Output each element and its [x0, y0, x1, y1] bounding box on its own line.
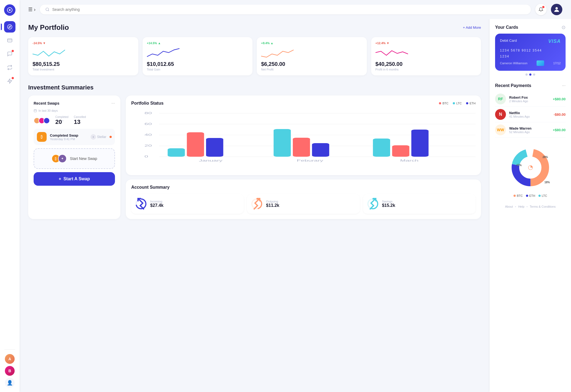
outgoing-icon: [251, 198, 263, 210]
incoming-icon: [135, 198, 147, 210]
legend-eth: ETH: [466, 102, 476, 105]
svg-text:20: 20: [145, 144, 152, 147]
legend-ltc: LTC: [453, 102, 462, 105]
card-dot-2[interactable]: [529, 73, 531, 76]
investment-title: Investment Summaries: [28, 84, 481, 91]
cards-section: Your Cards ⊙ Debit Card VISA 1234 5678 9…: [495, 24, 566, 78]
sidebar-add-user[interactable]: 👤: [5, 378, 15, 388]
portfolio-value-4: $40,250.00: [376, 61, 477, 67]
menu-button[interactable]: ☰ ›: [28, 7, 36, 12]
topnav: ☰ ›: [20, 0, 571, 19]
account-incoming: Incoming $27.4k: [131, 194, 244, 214]
swaps-meta: In last 30 days: [34, 109, 115, 112]
payment-avatar-1: RF: [495, 94, 506, 104]
bar-chart: 80 60 40 20 0: [131, 110, 476, 170]
card-bottom: Cameron Williamson 17/12: [500, 60, 561, 66]
sidebar-avatar-1[interactable]: A: [5, 354, 15, 364]
start-new-swap-area[interactable]: ₿ ✦ Start New Swap: [34, 148, 115, 169]
swaps-stats: Completed 20+ Cancelled 13: [34, 115, 115, 126]
terms-link[interactable]: Terms & Conditions: [530, 205, 556, 208]
swap-to: ✦ Stellar: [91, 134, 106, 140]
about-link[interactable]: About: [505, 205, 513, 208]
user-avatar[interactable]: [551, 4, 562, 15]
chart-header: Portfolio Status BTC LTC: [131, 101, 476, 106]
legend-dot-ltc: [453, 102, 455, 104]
account-outgoing: Outgoing $11.2k: [247, 194, 360, 214]
portfolio-label-1: Total Investment: [33, 68, 134, 71]
debit-card[interactable]: Debit Card VISA 1234 5678 9012 3544 1234…: [495, 34, 566, 71]
svg-rect-27: [293, 138, 310, 157]
bar-chart-svg: 80 60 40 20 0: [131, 110, 476, 164]
payment-info-1: Robert Fox 2 Minutes Ago: [509, 95, 550, 103]
cards-settings-icon[interactable]: ⊙: [562, 24, 566, 30]
completed-stat: Completed 20+: [55, 115, 68, 126]
sidebar-item-swap[interactable]: [4, 62, 15, 73]
portfolio-card-net-profit: +9.4% ▲ $6,250.00 Net Profit: [257, 37, 367, 75]
svg-text:18%: 18%: [544, 181, 550, 184]
svg-rect-30: [373, 139, 390, 157]
swaps-card: Recent Swaps ··· In last 30 days: [28, 95, 120, 219]
center-content: My Portfolio + Add More -14.5% ▼ $80,515: [20, 19, 490, 392]
card-dot-3[interactable]: [533, 73, 535, 76]
payment-info-2: Netflix 41 Minutes Ago: [509, 111, 550, 118]
notification-button[interactable]: [535, 4, 547, 15]
footer-links: About • Help • Terms & Conditions: [495, 205, 566, 208]
sidebar-avatar-2[interactable]: B: [5, 366, 15, 376]
start-new-swap-text: Start New Swap: [70, 156, 97, 161]
portfolio-cards: -14.5% ▼ $80,515.25 Total Investment +14…: [28, 37, 481, 75]
payment-item-1: RF Robert Fox 2 Minutes Ago +$80.00: [495, 91, 566, 107]
donut-legend: BTC ETH LTC: [514, 194, 547, 197]
incoming-info: Incoming $27.4k: [150, 200, 163, 208]
chart-area: Portfolio Status BTC LTC: [126, 95, 481, 219]
outgoing-info: Outgoing $11.2k: [266, 200, 279, 208]
svg-rect-23: [187, 132, 204, 157]
svg-text:80: 80: [145, 112, 152, 115]
payments-section: Recent Payments ··· RF Robert Fox 2 Minu…: [495, 83, 566, 138]
account-savings: Savings $15.2k: [363, 194, 476, 214]
portfolio-label-3: Net Profit: [261, 68, 363, 71]
contact-avatar-3: [43, 117, 50, 124]
sidebar-item-explore[interactable]: [4, 21, 15, 33]
swaps-card-header: Recent Swaps ···: [34, 101, 115, 106]
donut-chart-area: ◔ 47% 28% 18% BTC ETH: [495, 143, 566, 197]
donut-legend-eth: ETH: [526, 194, 535, 197]
svg-point-1: [9, 9, 11, 11]
svg-text:60: 60: [145, 123, 152, 126]
svg-text:◔: ◔: [528, 164, 533, 171]
card-dot-1[interactable]: [525, 73, 528, 76]
swaps-more-button[interactable]: ···: [111, 101, 115, 106]
portfolio-card-total-gain: +14.5% ▲ $10,012.65 Total Gain: [143, 37, 253, 75]
payments-more-button[interactable]: ···: [562, 83, 566, 88]
search-bar: [40, 5, 531, 14]
notification-dot: [542, 6, 544, 8]
incoming-ring: [135, 198, 147, 210]
donut-dot-eth: [526, 195, 528, 197]
portfolio-card-profit-6m: +12.4% ▼ $40,250.00 Profit in 6 months: [371, 37, 481, 75]
payment-info-3: Wade Warren 52 Minutes Ago: [509, 126, 550, 134]
svg-rect-8: [34, 110, 37, 112]
sidebar-item-messages[interactable]: [4, 48, 15, 60]
svg-rect-31: [392, 145, 409, 157]
card-top: Debit Card VISA: [500, 38, 561, 44]
search-input[interactable]: [52, 7, 525, 12]
svg-marker-5: [8, 79, 12, 83]
svg-text:0: 0: [145, 155, 148, 158]
svg-text:March: March: [400, 159, 419, 162]
account-summary-title: Account Summary: [131, 185, 476, 190]
help-link[interactable]: Help: [518, 205, 524, 208]
mini-chart-1: [33, 46, 134, 59]
donut-chart-svg: ◔ 47% 28% 18%: [506, 143, 555, 192]
app-logo[interactable]: [4, 4, 15, 16]
legend-dot-eth: [466, 102, 468, 104]
mini-chart-4: [376, 46, 477, 59]
sidebar-item-lightning[interactable]: [4, 75, 15, 87]
svg-rect-3: [8, 39, 12, 42]
swap-info: Completed Swap Yesterday 9:41 PM: [50, 133, 87, 141]
swap-icons: ₿ ✦: [52, 154, 67, 163]
add-more-button[interactable]: + Add More: [463, 25, 481, 30]
card-dots: [495, 73, 566, 76]
sidebar-bottom: A B 👤: [4, 347, 15, 388]
start-a-swap-button[interactable]: + Start A Swap: [34, 172, 115, 186]
svg-rect-32: [411, 130, 429, 157]
sidebar-item-cards[interactable]: [4, 35, 15, 46]
